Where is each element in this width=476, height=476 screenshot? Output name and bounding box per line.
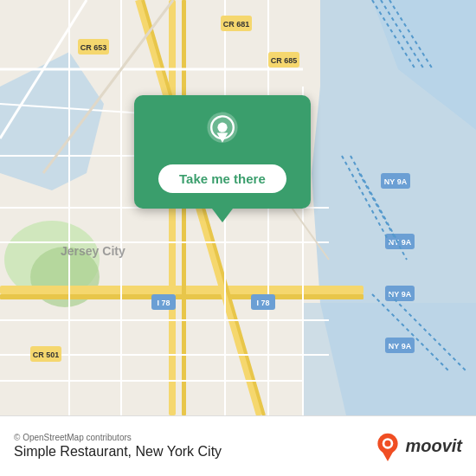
location-pin-icon (202, 111, 243, 152)
svg-text:CR 685: CR 685 (271, 56, 298, 65)
map-container: CR 681 CR 653 CR 685 I 78 I 78 NY 9A NY … (0, 0, 476, 415)
svg-text:Jersey City: Jersey City (61, 244, 125, 258)
location-title: Simple Restaurant, New York City (14, 444, 222, 460)
osm-attribution: © OpenStreetMap contributors (14, 433, 222, 442)
callout-arrow (212, 209, 233, 222)
svg-point-61 (217, 123, 227, 132)
moovit-logo: moovit (376, 432, 462, 461)
svg-point-66 (385, 440, 391, 446)
bottom-bar: © OpenStreetMap contributors Simple Rest… (0, 415, 476, 476)
svg-text:CR 681: CR 681 (223, 20, 250, 29)
svg-text:NY 9A: NY 9A (389, 238, 412, 247)
svg-text:I 78: I 78 (157, 299, 170, 307)
svg-text:NY 9A: NY 9A (389, 290, 412, 299)
location-callout: Take me there (134, 95, 311, 222)
svg-marker-64 (381, 448, 395, 460)
callout-box: Take me there (134, 95, 311, 209)
bottom-left-info: © OpenStreetMap contributors Simple Rest… (14, 433, 222, 460)
moovit-brand-text: moovit (405, 436, 462, 456)
svg-text:CR 501: CR 501 (33, 351, 60, 359)
take-me-there-button[interactable]: Take me there (158, 164, 286, 193)
svg-text:I 78: I 78 (256, 299, 269, 307)
svg-text:NY 9A: NY 9A (384, 177, 408, 186)
svg-text:CR 653: CR 653 (80, 43, 107, 52)
svg-text:NY 9A: NY 9A (389, 342, 412, 351)
moovit-pin-icon (376, 432, 400, 461)
